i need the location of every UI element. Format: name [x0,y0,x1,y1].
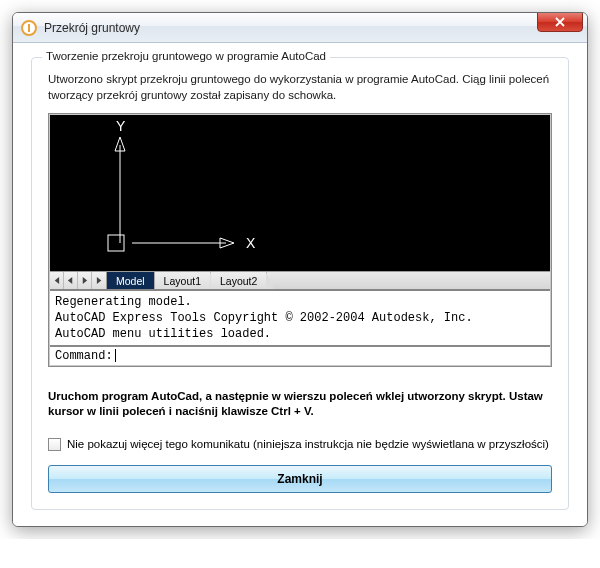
dialog-window: Przekrój gruntowy Tworzenie przekroju gr… [12,12,588,527]
checkbox-label: Nie pokazuj więcej tego komunikatu (nini… [67,438,549,450]
titlebar: Przekrój gruntowy [13,13,587,43]
window-title: Przekrój gruntowy [44,21,140,35]
tab-nav-last[interactable] [92,272,106,289]
groupbox-title: Tworzenie przekroju gruntowego w program… [42,50,330,62]
axis-y-label: Y [116,118,126,134]
close-button[interactable]: Zamknij [48,465,552,493]
info-icon [21,20,37,36]
close-icon [555,17,565,27]
tab-layout2[interactable]: Layout2 [211,272,267,289]
text-cursor-icon [115,349,116,362]
terminal-output: Regenerating model. AutoCAD Express Tool… [50,289,550,345]
tab-layout1[interactable]: Layout1 [155,272,211,289]
command-line[interactable]: Command: [50,345,550,365]
tab-model[interactable]: Model [107,272,155,289]
command-prompt: Command: [55,349,113,363]
window-close-button[interactable] [537,12,583,32]
autocad-preview: Y X Model [48,113,552,367]
description-text: Utworzono skrypt przekroju gruntowego do… [48,72,552,103]
dont-show-again-checkbox[interactable] [48,438,61,451]
tab-nav-prev[interactable] [64,272,78,289]
axis-x-label: X [246,235,256,251]
svg-rect-4 [108,235,124,251]
checkbox-row: Nie pokazuj więcej tego komunikatu (nini… [48,438,552,451]
tab-nav-buttons [50,272,107,289]
instruction-text: Uruchom program AutoCad, a następnie w w… [48,389,552,420]
autocad-canvas: Y X [50,115,550,271]
tab-nav-first[interactable] [50,272,64,289]
tab-strip: Model Layout1 Layout2 [50,271,550,289]
axes-icon: Y X [50,115,550,271]
client-area: Tworzenie przekroju gruntowego w program… [13,43,587,526]
groupbox: Tworzenie przekroju gruntowego w program… [31,57,569,510]
tab-nav-next[interactable] [78,272,92,289]
